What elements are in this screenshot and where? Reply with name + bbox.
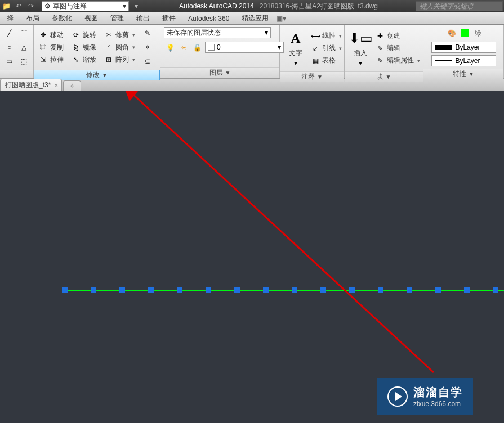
menu-manage[interactable]: 管理 xyxy=(105,12,130,24)
table-icon: ▦ xyxy=(311,56,320,65)
menu-expand-icon[interactable]: ▣▾ xyxy=(275,15,287,22)
menu-select[interactable]: 择 xyxy=(1,12,19,24)
move-icon: ✥ xyxy=(39,30,48,39)
quick-access-toolbar: 📁 ↶ ↷ ⚙ 草图与注释 ▾ ▾ xyxy=(1,1,141,11)
move-button[interactable]: ✥移动 xyxy=(37,30,65,40)
menu-output[interactable]: 输出 xyxy=(131,12,155,24)
layer-dropdown[interactable]: 0▾ xyxy=(205,42,284,53)
menu-parametric[interactable]: 参数化 xyxy=(46,12,78,24)
panel-title-layer[interactable]: 图层▼ xyxy=(160,67,279,78)
lineweight-dropdown[interactable]: ByLayer xyxy=(431,55,496,66)
linear-button[interactable]: ⟷线性▾ xyxy=(309,30,344,41)
draw-poly-icon[interactable]: △ xyxy=(18,41,30,53)
erase-icon[interactable]: ✎ xyxy=(141,27,154,39)
table-button[interactable]: ▦表格 xyxy=(309,55,344,66)
trim-button[interactable]: ✂修剪▾ xyxy=(102,30,137,40)
menu-360[interactable]: Autodesk 360 xyxy=(182,14,235,24)
draw-arc-icon[interactable]: ⌒ xyxy=(18,27,30,39)
svg-line-0 xyxy=(130,91,434,372)
text-button[interactable]: A 文字▾ xyxy=(283,27,308,69)
layer-lock-icon[interactable]: 🔓 xyxy=(191,42,203,54)
panel-title-annotation[interactable]: 注释▼ xyxy=(280,71,344,82)
insert-icon: ⬇▭ xyxy=(351,29,369,47)
new-tab-button[interactable]: ✧ xyxy=(63,80,81,91)
rotate-button[interactable]: ⟳旋转 xyxy=(70,30,98,40)
leader-button[interactable]: ↙引线▾ xyxy=(309,43,344,53)
fillet-icon: ◜ xyxy=(104,43,113,52)
file-tabs: 打图晒图版_t3* × ✧ xyxy=(0,79,504,91)
linetype-dropdown[interactable]: ByLayer xyxy=(431,42,496,53)
drawing-area[interactable]: 溜溜自学 zixue.3d66.com xyxy=(0,91,504,423)
menu-bar: 择 布局 参数化 视图 管理 输出 插件 Autodesk 360 精选应用 ▣… xyxy=(0,12,504,25)
draw-rect-icon[interactable]: ▭ xyxy=(3,55,16,68)
menu-featured[interactable]: 精选应用 xyxy=(236,12,274,24)
edit-icon: ✎ xyxy=(376,44,385,53)
leader-icon: ↙ xyxy=(311,44,320,53)
title-bar: 📁 ↶ ↷ ⚙ 草图与注释 ▾ ▾ Autodesk AutoCAD 2014 … xyxy=(0,0,504,12)
copy-button[interactable]: ⿻复制 xyxy=(37,42,65,53)
draw-more-icon[interactable]: ⬚ xyxy=(18,55,30,68)
watermark: 溜溜自学 zixue.3d66.com xyxy=(377,378,473,415)
trim-icon: ✂ xyxy=(104,30,113,39)
panel-title-properties[interactable]: 特性▼ xyxy=(423,69,503,79)
panel-title-block[interactable]: 块▼ xyxy=(345,71,423,82)
qat-redo-icon[interactable]: ↷ xyxy=(26,1,36,11)
attr-icon: ✎ xyxy=(376,56,385,65)
fillet-button[interactable]: ◜圆角▾ xyxy=(102,42,137,53)
workspace-label: 草图与注释 xyxy=(53,2,87,11)
draw-line-icon[interactable]: ╱ xyxy=(3,27,16,39)
rotate-icon: ⟳ xyxy=(72,30,81,39)
mirror-button[interactable]: ⧎镜像 xyxy=(70,42,98,53)
workspace-dropdown[interactable]: ⚙ 草图与注释 ▾ xyxy=(42,1,129,11)
create-button[interactable]: ✚创建 xyxy=(374,30,422,41)
qat-more-icon[interactable]: ▾ xyxy=(131,1,141,11)
menu-layout[interactable]: 布局 xyxy=(20,12,45,24)
match-prop-icon[interactable]: 🎨 xyxy=(445,27,458,39)
annotation-arrow xyxy=(0,91,504,423)
insert-button[interactable]: ⬇▭ 插入▾ xyxy=(348,27,373,69)
play-icon xyxy=(387,386,408,407)
scale-icon: ⤡ xyxy=(72,55,81,64)
ribbon: ╱ ⌒ ○ △ ▭ ⬚ ✥移动 ⿻复制 ⇲拉伸 ⟳旋转 ⧎镜像 xyxy=(0,25,504,79)
close-icon[interactable]: × xyxy=(54,82,58,89)
edit-button[interactable]: ✎编辑 xyxy=(374,43,422,53)
stretch-button[interactable]: ⇲拉伸 xyxy=(37,55,65,65)
window-title: Autodesk AutoCAD 2014 20180316-海吉星A2打图晒图… xyxy=(141,2,416,11)
layer-bulb-icon[interactable]: 💡 xyxy=(164,42,176,54)
create-icon: ✚ xyxy=(376,32,385,40)
copy-icon: ⿻ xyxy=(39,43,48,52)
linear-icon: ⟷ xyxy=(311,32,320,40)
array-button[interactable]: ⊞阵列▾ xyxy=(102,55,137,65)
color-swatch[interactable] xyxy=(461,29,469,37)
layer-sun-icon[interactable]: ☀ xyxy=(177,42,190,54)
mirror-icon: ⧎ xyxy=(72,43,81,52)
color-label: 绿 xyxy=(475,29,481,38)
array-icon: ⊞ xyxy=(104,55,113,64)
qat-undo-icon[interactable]: ↶ xyxy=(14,1,24,11)
panel-title-draw[interactable] xyxy=(0,70,33,78)
menu-view[interactable]: 视图 xyxy=(79,12,104,24)
qat-open-icon[interactable]: 📁 xyxy=(1,1,11,11)
menu-plugins[interactable]: 插件 xyxy=(157,12,181,24)
stretch-icon: ⇲ xyxy=(39,55,48,64)
explode-icon[interactable]: ✧ xyxy=(141,41,154,53)
scale-button[interactable]: ⤡缩放 xyxy=(70,55,98,65)
layer-state-dropdown[interactable]: 未保存的图层状态▾ xyxy=(164,27,271,38)
file-tab-active[interactable]: 打图晒图版_t3* × xyxy=(0,79,62,91)
search-input[interactable]: 键入关键字或短语 xyxy=(416,1,503,11)
offset-icon[interactable]: ⊆ xyxy=(141,55,154,68)
draw-circle-icon[interactable]: ○ xyxy=(3,41,16,53)
text-A-icon: A xyxy=(287,29,305,47)
editattr-button[interactable]: ✎编辑属性▾ xyxy=(374,55,422,66)
